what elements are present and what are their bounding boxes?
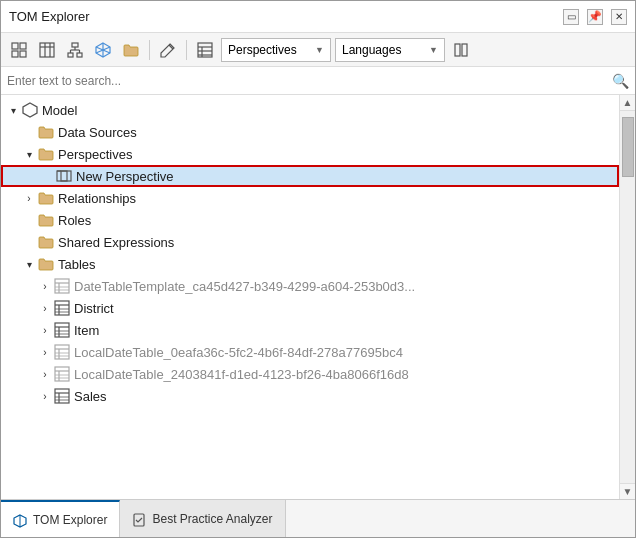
hierarchy-toolbar-btn[interactable] [63,38,87,62]
tree-item-new-perspective[interactable]: › New Perspective [1,165,619,187]
table-special-icon-3 [53,365,71,383]
new-perspective-label: New Perspective [76,169,174,184]
pin-button[interactable]: 📌 [587,9,603,25]
toolbar-sep-2 [186,40,187,60]
tab-bar: TOM Explorer Best Practice Analyzer [1,499,635,537]
tree-item-roles[interactable]: › Roles [1,209,619,231]
svg-marker-27 [23,103,37,117]
tree-item-district[interactable]: › District [1,297,619,319]
toolbar: Perspectives ▼ Languages ▼ [1,33,635,67]
svg-rect-29 [61,171,71,181]
svg-rect-8 [72,43,78,47]
tree-item-sales[interactable]: › Sales [1,385,619,407]
perspectives-dropdown-label: Perspectives [228,43,297,57]
toolbar-sep-1 [149,40,150,60]
svg-rect-26 [462,44,467,56]
search-bar: 🔍 [1,67,635,95]
expander-datetabletemplate[interactable]: › [37,278,53,294]
expander-new-perspective: › [39,168,55,184]
columns-toolbar-btn[interactable] [35,38,59,62]
table-special-icon-1 [53,277,71,295]
expander-model[interactable]: ▾ [5,102,21,118]
svg-rect-31 [55,279,69,293]
expander-data-sources[interactable]: › [21,124,37,140]
expander-sales[interactable]: › [37,388,53,404]
scroll-down-button[interactable]: ▼ [620,483,636,499]
tables-label: Tables [58,257,96,272]
tree-item-localdatetable2[interactable]: › LocalDateTable_2403841f-d1ed-4123-bf26… [1,363,619,385]
tree-item-perspectives[interactable]: ▾ Perspectives [1,143,619,165]
tree-item-model[interactable]: ▾ Model [1,99,619,121]
tab-best-practice-analyzer[interactable]: Best Practice Analyzer [120,500,285,537]
tree-item-data-sources[interactable]: › Data Sources [1,121,619,143]
expander-shared-expressions: › [21,234,37,250]
main-area: ▾ Model › Data Sources ▾ [1,95,635,499]
folder-icon-perspectives [37,145,55,163]
svg-rect-25 [455,44,460,56]
tab-tom-explorer[interactable]: TOM Explorer [1,500,120,537]
relationships-label: Relationships [58,191,136,206]
languages-dropdown-arrow: ▼ [429,45,438,55]
tree-item-relationships[interactable]: › Relationships [1,187,619,209]
best-practice-tab-label: Best Practice Analyzer [152,512,272,526]
roles-label: Roles [58,213,91,228]
scroll-up-button[interactable]: ▲ [620,95,636,111]
tom-explorer-window: TOM Explorer ▭ 📌 ✕ [0,0,636,538]
languages-dropdown[interactable]: Languages ▼ [335,38,445,62]
table-icon-district [53,299,71,317]
expander-localdatetable1[interactable]: › [37,344,53,360]
search-input[interactable] [7,74,612,88]
best-practice-tab-icon [132,510,146,526]
folder-icon-data-sources [37,123,55,141]
localdatetable1-label: LocalDateTable_0eafa36c-5fc2-4b6f-84df-2… [74,345,403,360]
expander-roles: › [21,212,37,228]
model-icon [21,101,39,119]
close-button[interactable]: ✕ [611,9,627,25]
expander-relationships[interactable]: › [21,190,37,206]
svg-rect-28 [57,171,67,181]
expander-district[interactable]: › [37,300,53,316]
dock-btn[interactable] [449,38,473,62]
localdatetable2-label: LocalDateTable_2403841f-d1ed-4123-bf26-4… [74,367,409,382]
scrollbar-thumb[interactable] [622,117,634,177]
languages-dropdown-label: Languages [342,43,401,57]
tree-panel: ▾ Model › Data Sources ▾ [1,95,619,499]
perspective-icon [55,167,73,185]
perspectives-dropdown[interactable]: Perspectives ▼ [221,38,331,62]
table-icon-sales [53,387,71,405]
svg-rect-51 [55,367,69,381]
tom-explorer-tab-icon [13,511,27,527]
folder-icon-shared-expressions [37,233,55,251]
expander-item[interactable]: › [37,322,53,338]
svg-rect-10 [77,53,82,57]
perspectives-dropdown-arrow: ▼ [315,45,324,55]
table-toolbar-btn[interactable] [7,38,31,62]
district-label: District [74,301,114,316]
tree-item-localdatetable1[interactable]: › LocalDateTable_0eafa36c-5fc2-4b6f-84df… [1,341,619,363]
search-icon: 🔍 [612,73,629,89]
minimize-button[interactable]: ▭ [563,9,579,25]
cube-toolbar-btn[interactable] [91,38,115,62]
tree-item-tables[interactable]: ▾ Tables [1,253,619,275]
edit-toolbar-btn[interactable] [156,38,180,62]
expander-perspectives[interactable]: ▾ [21,146,37,162]
datetabletemplate-label: DateTableTemplate_ca45d427-b349-4299-a60… [74,279,415,294]
tom-explorer-tab-label: TOM Explorer [33,513,107,527]
folder-icon-tables [37,255,55,273]
svg-rect-9 [68,53,73,57]
svg-rect-0 [12,43,18,49]
sales-label: Sales [74,389,107,404]
svg-rect-63 [134,514,144,526]
tree-item-shared-expressions[interactable]: › Shared Expressions [1,231,619,253]
title-bar: TOM Explorer ▭ 📌 ✕ [1,1,635,33]
folder-toolbar-btn[interactable] [119,38,143,62]
svg-rect-4 [40,43,54,57]
table-special-icon-2 [53,343,71,361]
expander-tables[interactable]: ▾ [21,256,37,272]
scrollbar: ▲ ▼ [619,95,635,499]
shared-expressions-label: Shared Expressions [58,235,174,250]
expander-localdatetable2[interactable]: › [37,366,53,382]
tree-item-datetabletemplate[interactable]: › DateTableTemplate_ca45d427-b349-4299-a… [1,275,619,297]
grid-toolbar-btn[interactable] [193,38,217,62]
tree-item-item[interactable]: › Item [1,319,619,341]
